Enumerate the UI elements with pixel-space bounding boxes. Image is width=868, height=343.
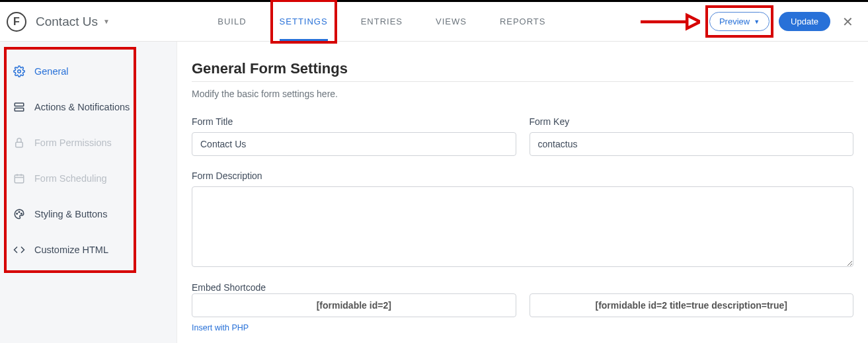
settings-sidebar: General Actions & Notifications Form Per… — [0, 42, 177, 343]
app-logo-icon: F — [7, 12, 26, 32]
nav-entries[interactable]: ENTRIES — [361, 2, 403, 41]
header: F Contact Us ▼ BUILD SETTINGS ENTRIES VI… — [0, 2, 868, 42]
form-key-label: Form Key — [530, 116, 854, 127]
svg-rect-3 — [15, 103, 24, 106]
sidebar-item-actions[interactable]: Actions & Notifications — [0, 89, 177, 125]
page-subtitle: Modify the basic form settings here. — [192, 89, 853, 99]
code-icon — [13, 244, 25, 256]
main-content: General Form Settings Modify the basic f… — [177, 42, 868, 343]
sidebar-item-label: Form Scheduling — [34, 173, 107, 184]
svg-point-11 — [19, 211, 20, 213]
main-nav: BUILD SETTINGS ENTRIES VIEWS REPORTS — [217, 2, 545, 41]
update-button[interactable]: Update — [779, 12, 830, 31]
svg-marker-1 — [687, 15, 700, 28]
preview-button-label: Preview — [719, 17, 750, 26]
form-title-label: Form Title — [192, 116, 516, 127]
form-selector-label: Contact Us — [36, 15, 98, 29]
sidebar-item-label: General — [34, 66, 69, 77]
svg-rect-4 — [15, 108, 24, 112]
embed-shortcode-label: Embed Shortcode — [192, 282, 266, 293]
caret-down-icon: ▼ — [754, 19, 760, 25]
svg-rect-6 — [15, 175, 24, 183]
svg-point-10 — [17, 213, 18, 215]
page-title: General Form Settings — [192, 60, 853, 77]
sidebar-item-permissions[interactable]: Form Permissions — [0, 125, 177, 161]
close-icon[interactable]: ✕ — [840, 14, 856, 30]
shortcode-2-input[interactable] — [530, 293, 854, 317]
svg-rect-5 — [16, 142, 23, 147]
form-selector[interactable]: Contact Us ▼ — [36, 15, 110, 29]
form-key-input[interactable] — [530, 132, 854, 156]
annotation-arrow-icon — [641, 12, 700, 32]
calendar-icon — [13, 172, 25, 184]
sidebar-item-general[interactable]: General — [0, 54, 177, 89]
sidebar-item-label: Styling & Buttons — [34, 209, 107, 219]
nav-build[interactable]: BUILD — [217, 2, 246, 41]
svg-point-2 — [18, 70, 21, 73]
sidebar-item-scheduling[interactable]: Form Scheduling — [0, 161, 177, 196]
form-title-input[interactable] — [192, 132, 516, 156]
gear-icon — [13, 65, 25, 77]
sidebar-item-styling[interactable]: Styling & Buttons — [0, 196, 177, 232]
nav-reports[interactable]: REPORTS — [500, 2, 546, 41]
svg-point-12 — [21, 213, 22, 215]
shortcode-1-input[interactable] — [192, 293, 516, 317]
form-description-label: Form Description — [192, 171, 853, 181]
nav-views[interactable]: VIEWS — [436, 2, 467, 41]
lock-icon — [13, 137, 25, 149]
palette-icon — [13, 208, 25, 220]
sidebar-item-customize-html[interactable]: Customize HTML — [0, 232, 177, 268]
layers-icon — [13, 101, 25, 113]
insert-php-link[interactable]: Insert with PHP — [192, 323, 249, 332]
form-description-input[interactable] — [192, 186, 853, 267]
sidebar-item-label: Customize HTML — [34, 245, 108, 255]
caret-down-icon: ▼ — [103, 18, 110, 25]
sidebar-item-label: Form Permissions — [34, 137, 112, 148]
sidebar-item-label: Actions & Notifications — [34, 102, 130, 112]
nav-settings[interactable]: SETTINGS — [280, 2, 328, 41]
preview-button[interactable]: Preview ▼ — [709, 12, 769, 31]
